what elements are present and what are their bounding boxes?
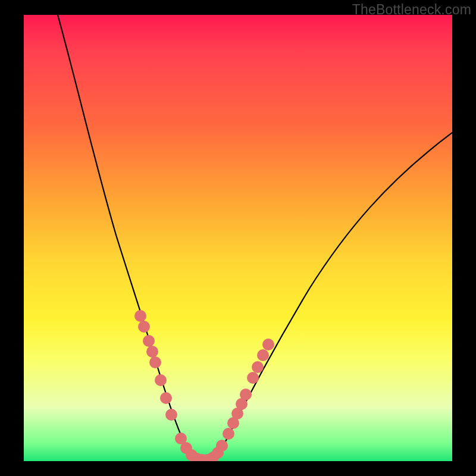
bottleneck-curve-svg [24,15,452,461]
svg-point-7 [165,409,177,421]
chart-frame: TheBottleneck.com [0,0,476,476]
svg-point-17 [223,428,234,440]
svg-point-5 [155,374,167,386]
svg-point-22 [247,372,259,384]
svg-point-24 [257,349,269,361]
svg-point-23 [252,361,264,373]
marker-cluster-left [134,310,177,421]
watermark-text: TheBottleneck.com [352,2,471,18]
svg-point-25 [262,339,274,350]
marker-cluster-right [223,339,274,440]
svg-point-3 [146,346,158,358]
svg-point-16 [216,440,228,452]
svg-point-6 [160,392,172,404]
bottleneck-curve-path [58,15,452,460]
svg-point-0 [134,310,146,322]
frame-border-left [0,0,24,476]
svg-point-4 [149,356,161,368]
frame-border-bottom [0,461,476,476]
svg-point-2 [143,335,155,347]
plot-background-gradient [24,15,452,461]
svg-point-21 [240,389,252,400]
frame-border-right [452,0,476,476]
svg-point-1 [138,321,150,333]
marker-cluster-bottom [175,433,228,461]
